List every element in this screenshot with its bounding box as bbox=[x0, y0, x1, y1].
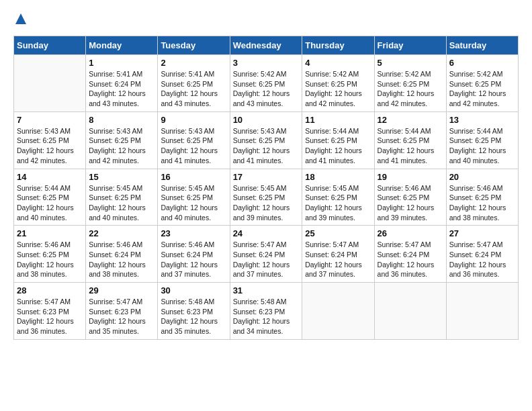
day-info: Sunrise: 5:48 AM Sunset: 6:23 PM Dayligh… bbox=[233, 297, 300, 336]
calendar-cell bbox=[446, 283, 518, 340]
calendar-cell: 13Sunrise: 5:44 AM Sunset: 6:25 PM Dayli… bbox=[446, 111, 518, 169]
calendar-cell: 22Sunrise: 5:46 AM Sunset: 6:24 PM Dayli… bbox=[86, 226, 158, 283]
day-info: Sunrise: 5:44 AM Sunset: 6:25 PM Dayligh… bbox=[305, 126, 371, 166]
calendar-cell: 30Sunrise: 5:48 AM Sunset: 6:23 PM Dayli… bbox=[158, 283, 230, 340]
day-info: Sunrise: 5:43 AM Sunset: 6:25 PM Dayligh… bbox=[17, 126, 83, 166]
day-number: 3 bbox=[233, 58, 300, 68]
day-info: Sunrise: 5:43 AM Sunset: 6:25 PM Dayligh… bbox=[161, 126, 226, 166]
day-number: 4 bbox=[305, 58, 371, 68]
day-number: 22 bbox=[89, 228, 154, 238]
logo-text bbox=[13, 13, 26, 29]
calendar-cell: 26Sunrise: 5:47 AM Sunset: 6:24 PM Dayli… bbox=[374, 226, 446, 283]
calendar-cell: 19Sunrise: 5:46 AM Sunset: 6:25 PM Dayli… bbox=[374, 169, 446, 226]
day-info: Sunrise: 5:47 AM Sunset: 6:24 PM Dayligh… bbox=[233, 240, 300, 279]
calendar-cell: 15Sunrise: 5:45 AM Sunset: 6:25 PM Dayli… bbox=[86, 169, 158, 226]
calendar-week-2: 7Sunrise: 5:43 AM Sunset: 6:25 PM Daylig… bbox=[14, 111, 519, 169]
day-number: 21 bbox=[17, 228, 83, 238]
day-number: 11 bbox=[305, 115, 371, 125]
calendar-cell: 8Sunrise: 5:43 AM Sunset: 6:25 PM Daylig… bbox=[86, 111, 158, 169]
calendar-cell: 25Sunrise: 5:47 AM Sunset: 6:24 PM Dayli… bbox=[302, 226, 374, 283]
day-info: Sunrise: 5:45 AM Sunset: 6:25 PM Dayligh… bbox=[233, 183, 300, 223]
calendar-cell: 9Sunrise: 5:43 AM Sunset: 6:25 PM Daylig… bbox=[158, 111, 230, 169]
calendar-week-1: 1Sunrise: 5:41 AM Sunset: 6:24 PM Daylig… bbox=[14, 55, 519, 112]
day-number: 27 bbox=[449, 228, 515, 238]
calendar-cell: 2Sunrise: 5:41 AM Sunset: 6:25 PM Daylig… bbox=[158, 55, 230, 112]
day-number: 16 bbox=[161, 172, 226, 182]
day-header-wednesday: Wednesday bbox=[230, 36, 302, 55]
day-info: Sunrise: 5:47 AM Sunset: 6:23 PM Dayligh… bbox=[89, 297, 154, 336]
calendar-cell: 10Sunrise: 5:43 AM Sunset: 6:25 PM Dayli… bbox=[230, 111, 302, 169]
day-number: 10 bbox=[233, 115, 300, 125]
day-header-monday: Monday bbox=[86, 36, 158, 55]
calendar-cell: 23Sunrise: 5:46 AM Sunset: 6:24 PM Dayli… bbox=[158, 226, 230, 283]
day-info: Sunrise: 5:41 AM Sunset: 6:25 PM Dayligh… bbox=[161, 69, 226, 109]
calendar-cell: 16Sunrise: 5:45 AM Sunset: 6:25 PM Dayli… bbox=[158, 169, 230, 226]
calendar-cell: 6Sunrise: 5:42 AM Sunset: 6:25 PM Daylig… bbox=[446, 55, 518, 112]
day-info: Sunrise: 5:45 AM Sunset: 6:25 PM Dayligh… bbox=[89, 183, 154, 223]
day-number: 26 bbox=[378, 228, 443, 238]
day-info: Sunrise: 5:43 AM Sunset: 6:25 PM Dayligh… bbox=[89, 126, 154, 166]
day-info: Sunrise: 5:42 AM Sunset: 6:25 PM Dayligh… bbox=[378, 69, 443, 109]
calendar-cell bbox=[14, 55, 86, 112]
calendar-header-row: SundayMondayTuesdayWednesdayThursdayFrid… bbox=[14, 36, 519, 55]
day-info: Sunrise: 5:47 AM Sunset: 6:23 PM Dayligh… bbox=[17, 297, 83, 336]
day-info: Sunrise: 5:46 AM Sunset: 6:25 PM Dayligh… bbox=[378, 183, 443, 223]
logo bbox=[13, 13, 26, 29]
day-info: Sunrise: 5:47 AM Sunset: 6:24 PM Dayligh… bbox=[305, 240, 371, 279]
day-number: 23 bbox=[161, 228, 226, 238]
calendar-cell: 4Sunrise: 5:42 AM Sunset: 6:25 PM Daylig… bbox=[302, 55, 374, 112]
day-number: 25 bbox=[305, 228, 371, 238]
calendar-cell: 20Sunrise: 5:46 AM Sunset: 6:25 PM Dayli… bbox=[446, 169, 518, 226]
calendar-cell: 11Sunrise: 5:44 AM Sunset: 6:25 PM Dayli… bbox=[302, 111, 374, 169]
calendar-cell: 28Sunrise: 5:47 AM Sunset: 6:23 PM Dayli… bbox=[14, 283, 86, 340]
day-number: 24 bbox=[233, 228, 300, 238]
day-info: Sunrise: 5:42 AM Sunset: 6:25 PM Dayligh… bbox=[233, 69, 300, 109]
day-info: Sunrise: 5:42 AM Sunset: 6:25 PM Dayligh… bbox=[305, 69, 371, 109]
day-info: Sunrise: 5:46 AM Sunset: 6:24 PM Dayligh… bbox=[161, 240, 226, 279]
day-info: Sunrise: 5:47 AM Sunset: 6:24 PM Dayligh… bbox=[378, 240, 443, 279]
day-number: 31 bbox=[233, 285, 300, 295]
calendar-cell: 14Sunrise: 5:44 AM Sunset: 6:25 PM Dayli… bbox=[14, 169, 86, 226]
day-header-tuesday: Tuesday bbox=[158, 36, 230, 55]
day-info: Sunrise: 5:48 AM Sunset: 6:23 PM Dayligh… bbox=[161, 297, 226, 336]
calendar-cell bbox=[374, 283, 446, 340]
day-number: 13 bbox=[449, 115, 515, 125]
calendar-week-3: 14Sunrise: 5:44 AM Sunset: 6:25 PM Dayli… bbox=[14, 169, 519, 226]
calendar-cell bbox=[302, 283, 374, 340]
page-header bbox=[13, 13, 519, 29]
calendar-cell: 18Sunrise: 5:45 AM Sunset: 6:25 PM Dayli… bbox=[302, 169, 374, 226]
day-number: 12 bbox=[378, 115, 443, 125]
day-number: 9 bbox=[161, 115, 226, 125]
day-header-thursday: Thursday bbox=[302, 36, 374, 55]
calendar-cell: 29Sunrise: 5:47 AM Sunset: 6:23 PM Dayli… bbox=[86, 283, 158, 340]
calendar-cell: 12Sunrise: 5:44 AM Sunset: 6:25 PM Dayli… bbox=[374, 111, 446, 169]
svg-marker-0 bbox=[15, 13, 26, 24]
day-number: 30 bbox=[161, 285, 226, 295]
day-header-friday: Friday bbox=[374, 36, 446, 55]
day-info: Sunrise: 5:46 AM Sunset: 6:25 PM Dayligh… bbox=[17, 240, 83, 279]
day-info: Sunrise: 5:47 AM Sunset: 6:24 PM Dayligh… bbox=[449, 240, 515, 279]
calendar-cell: 21Sunrise: 5:46 AM Sunset: 6:25 PM Dayli… bbox=[14, 226, 86, 283]
calendar-week-5: 28Sunrise: 5:47 AM Sunset: 6:23 PM Dayli… bbox=[14, 283, 519, 340]
day-number: 7 bbox=[17, 115, 83, 125]
day-number: 19 bbox=[378, 172, 443, 182]
day-info: Sunrise: 5:45 AM Sunset: 6:25 PM Dayligh… bbox=[161, 183, 226, 223]
day-number: 5 bbox=[378, 58, 443, 68]
day-info: Sunrise: 5:43 AM Sunset: 6:25 PM Dayligh… bbox=[233, 126, 300, 166]
calendar-cell: 27Sunrise: 5:47 AM Sunset: 6:24 PM Dayli… bbox=[446, 226, 518, 283]
day-number: 20 bbox=[449, 172, 515, 182]
day-number: 6 bbox=[449, 58, 515, 68]
calendar-cell: 31Sunrise: 5:48 AM Sunset: 6:23 PM Dayli… bbox=[230, 283, 302, 340]
calendar-cell: 7Sunrise: 5:43 AM Sunset: 6:25 PM Daylig… bbox=[14, 111, 86, 169]
calendar-cell: 3Sunrise: 5:42 AM Sunset: 6:25 PM Daylig… bbox=[230, 55, 302, 112]
day-info: Sunrise: 5:46 AM Sunset: 6:24 PM Dayligh… bbox=[89, 240, 154, 279]
calendar-table: SundayMondayTuesdayWednesdayThursdayFrid… bbox=[13, 36, 519, 340]
day-info: Sunrise: 5:45 AM Sunset: 6:25 PM Dayligh… bbox=[305, 183, 371, 223]
day-number: 14 bbox=[17, 172, 83, 182]
day-info: Sunrise: 5:44 AM Sunset: 6:25 PM Dayligh… bbox=[378, 126, 443, 166]
day-number: 2 bbox=[161, 58, 226, 68]
calendar-cell: 17Sunrise: 5:45 AM Sunset: 6:25 PM Dayli… bbox=[230, 169, 302, 226]
day-number: 29 bbox=[89, 285, 154, 295]
calendar-cell: 1Sunrise: 5:41 AM Sunset: 6:24 PM Daylig… bbox=[86, 55, 158, 112]
day-header-saturday: Saturday bbox=[446, 36, 518, 55]
